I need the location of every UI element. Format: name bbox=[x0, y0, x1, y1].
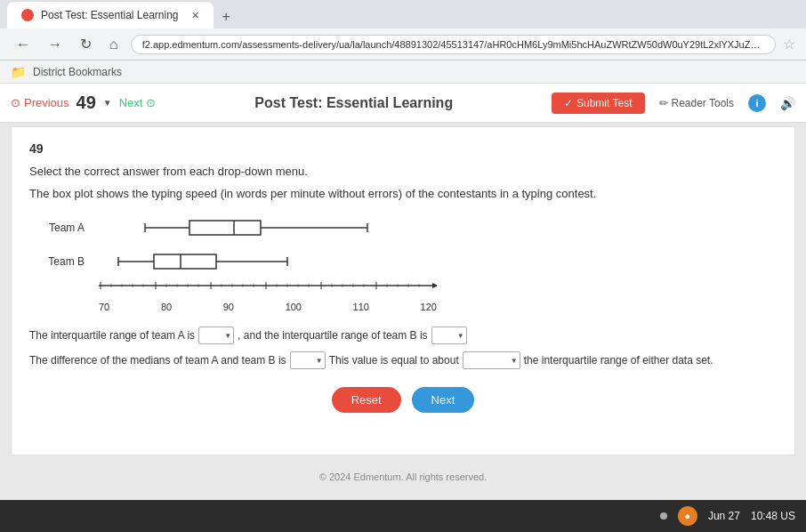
axis-label-110: 110 bbox=[353, 302, 369, 312]
next-button-main[interactable]: Next bbox=[412, 387, 475, 413]
bookmarks-bar: 📁 District Bookmarks bbox=[0, 60, 806, 84]
reader-tools-button[interactable]: ✏ Reader Tools bbox=[659, 97, 735, 109]
axis-label-100: 100 bbox=[286, 302, 302, 312]
next-icon: ⊙ bbox=[146, 96, 156, 109]
answer-line2-prefix: The difference of the medians of team A … bbox=[29, 354, 286, 367]
iqr-team-b-dropdown-wrapper: 5 10 15 20 25 bbox=[431, 326, 467, 344]
median-diff-dropdown-wrapper: 5 10 15 20 bbox=[290, 351, 326, 369]
new-tab-button[interactable]: + bbox=[214, 5, 239, 28]
tab-favicon bbox=[21, 9, 34, 21]
reader-tools-label: Reader Tools bbox=[672, 97, 735, 109]
info-icon: i bbox=[755, 98, 758, 109]
team-b-row: Team B bbox=[29, 248, 777, 275]
home-button[interactable]: ⌂ bbox=[104, 35, 124, 54]
app-header: ⊙ Previous 49 ▼ Next ⊙ Post Test: Essent… bbox=[0, 84, 806, 123]
forward-button[interactable]: → bbox=[43, 35, 68, 54]
next-button[interactable]: Next ⊙ bbox=[119, 96, 157, 109]
svg-rect-2 bbox=[189, 221, 261, 235]
tab-title: Post Test: Essential Learning bbox=[41, 9, 179, 21]
svg-marker-13 bbox=[432, 283, 437, 288]
answer-line1-prefix: The interquartile range of team A is bbox=[29, 329, 195, 342]
axis-label-70: 70 bbox=[99, 302, 109, 312]
info-button[interactable]: i bbox=[748, 94, 766, 112]
url-bar[interactable]: f2.app.edmentum.com/assessments-delivery… bbox=[131, 35, 776, 54]
boxplot-area: Team A Team B bbox=[29, 214, 777, 312]
footer: © 2024 Edmentum. All rights reserved. bbox=[0, 466, 806, 488]
nav-bar: ← → ↻ ⌂ f2.app.edmentum.com/assessments-… bbox=[0, 28, 806, 60]
reset-button[interactable]: Reset bbox=[332, 387, 401, 413]
checkmark-icon: ✓ bbox=[564, 97, 573, 109]
previous-label: Previous bbox=[24, 96, 69, 109]
team-a-row: Team A bbox=[29, 214, 777, 241]
team-a-label: Team A bbox=[29, 222, 92, 234]
question-number: 49 bbox=[77, 93, 96, 113]
axis-svg bbox=[99, 282, 437, 302]
taskbar-notification[interactable]: ● bbox=[678, 506, 697, 526]
axis-label-80: 80 bbox=[161, 302, 172, 312]
taskbar-time: 10:48 US bbox=[751, 510, 795, 522]
team-b-boxplot bbox=[92, 248, 430, 275]
answer-line2-suffix: the interquartile range of either data s… bbox=[524, 354, 713, 367]
submit-label: Submit Test bbox=[576, 97, 632, 109]
team-a-boxplot bbox=[92, 214, 430, 241]
question-label: 49 bbox=[29, 141, 777, 156]
answer-line-1: The interquartile range of team A is 5 1… bbox=[29, 326, 777, 344]
previous-button[interactable]: ⊙ Previous bbox=[11, 96, 69, 109]
button-row: Reset Next bbox=[29, 387, 777, 413]
about-value-dropdown[interactable]: equal to half twice bbox=[463, 351, 520, 369]
answer-line1-suffix: , and the interquartile range of team B … bbox=[238, 329, 427, 342]
team-b-label: Team B bbox=[29, 255, 92, 268]
submit-test-button[interactable]: ✓ Submit Test bbox=[552, 93, 644, 114]
tab-close-icon[interactable]: ✕ bbox=[191, 10, 199, 21]
previous-icon: ⊙ bbox=[11, 96, 20, 109]
axis-label-120: 120 bbox=[421, 302, 437, 312]
answer-line-2: The difference of the medians of team A … bbox=[29, 351, 777, 369]
iqr-team-a-dropdown[interactable]: 5 10 15 20 25 bbox=[198, 326, 234, 344]
iqr-team-a-dropdown-wrapper: 5 10 15 20 25 bbox=[198, 326, 234, 344]
instruction-text: Select the correct answer from each drop… bbox=[29, 165, 777, 178]
refresh-button[interactable]: ↻ bbox=[75, 34, 97, 54]
median-diff-dropdown[interactable]: 5 10 15 20 bbox=[290, 351, 326, 369]
active-tab[interactable]: Post Test: Essential Learning ✕ bbox=[7, 2, 214, 28]
about-value-dropdown-wrapper: equal to half twice bbox=[463, 351, 520, 369]
main-content: 49 Select the correct answer from each d… bbox=[11, 126, 795, 455]
speaker-button[interactable]: 🔊 bbox=[780, 96, 795, 110]
taskbar: ● Jun 27 10:48 US bbox=[0, 500, 806, 532]
answer-line2-middle: This value is equal to about bbox=[329, 354, 459, 367]
next-label: Next bbox=[119, 96, 143, 109]
page-title: Post Test: Essential Learning bbox=[163, 95, 544, 111]
dropdown-icon[interactable]: ▼ bbox=[103, 98, 112, 108]
bookmarks-icon: 📁 bbox=[11, 65, 26, 79]
axis-label-90: 90 bbox=[223, 302, 234, 312]
pencil-icon: ✏ bbox=[659, 97, 668, 109]
svg-rect-8 bbox=[154, 254, 216, 269]
star-icon[interactable]: ☆ bbox=[783, 36, 795, 52]
question-body: The box plot shows the typing speed (in … bbox=[29, 187, 777, 200]
taskbar-dot bbox=[660, 512, 667, 520]
bookmarks-label[interactable]: District Bookmarks bbox=[33, 66, 122, 78]
iqr-team-b-dropdown[interactable]: 5 10 15 20 25 bbox=[431, 326, 467, 344]
header-actions: ✓ Submit Test ✏ Reader Tools i 🔊 bbox=[552, 93, 795, 114]
back-button[interactable]: ← bbox=[11, 35, 36, 54]
taskbar-date: Jun 27 bbox=[708, 510, 740, 522]
